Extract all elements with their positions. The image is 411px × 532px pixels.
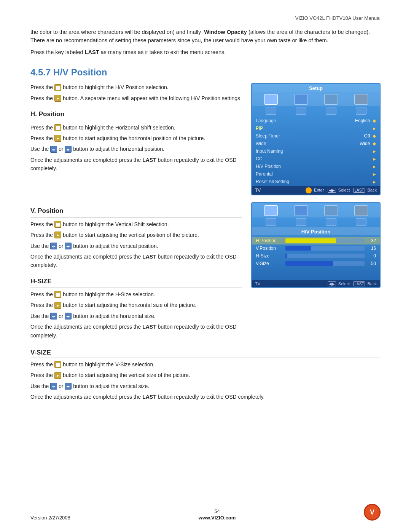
footer-page-number: 54 xyxy=(70,508,364,514)
v-pos-p2: Press the button to start adjusting the … xyxy=(30,231,242,239)
h-pos-p3: Use the or button to adjust the horizont… xyxy=(30,145,242,153)
hv-menu: H/V Position H.Position 32 V.Position xyxy=(251,202,381,288)
ok-icon9 xyxy=(54,361,61,368)
lr-icon2 xyxy=(65,146,72,153)
setup-menu-items: Language English ◆ PIP ▶ Sleep Timer Off… xyxy=(252,116,380,186)
hv-icon-1 xyxy=(264,205,278,216)
setup-menu-title: Setup xyxy=(252,84,380,92)
h-size-p1: Press the button to highlight the H-Size… xyxy=(30,290,242,299)
hv-bar-hsize-bg xyxy=(285,254,365,258)
setup-icon-s4 xyxy=(356,107,366,115)
menu-item-cc: CC ▶ xyxy=(252,155,380,163)
left-col-vpos: V. Position Press the button to highligh… xyxy=(30,199,242,342)
setup-footer-left: TV xyxy=(255,188,261,193)
lr-icon7 xyxy=(50,383,57,390)
setup-intro2: Press the button. A separate menu will a… xyxy=(30,94,242,102)
setup-icon-4 xyxy=(354,94,368,105)
ok-icon2 xyxy=(54,95,61,102)
setup-icon-s3 xyxy=(326,107,336,115)
hv-menu-footer: TV ◀▶ Select LAST Back xyxy=(252,280,380,287)
v-pos-p4: Once the adjustments are completed press… xyxy=(30,252,242,270)
ok-icon xyxy=(54,84,61,91)
lr-icon8 xyxy=(65,383,72,390)
hv-bar-hsize xyxy=(285,254,287,258)
v-pos-p3: Use the or button to adjust the vertical… xyxy=(30,242,242,250)
v-size-p4: Once the adjustments are completed press… xyxy=(30,393,381,401)
v-size-heading: V-SIZE xyxy=(30,349,381,358)
v-position-heading: V. Position xyxy=(30,206,242,217)
setup-icon-s2 xyxy=(296,107,306,115)
page-header: VIZIO VO42L FHDTV10A User Manual xyxy=(30,15,381,21)
h-pos-p1: Press the button to highlight the Horizo… xyxy=(30,123,242,132)
v-size-p1: Press the button to highlight the V-Size… xyxy=(30,360,381,369)
hv-spacer xyxy=(252,269,380,280)
footer-last-key: LAST xyxy=(353,188,365,193)
two-col-setup: Press the button to highlight the H/V Po… xyxy=(30,83,381,195)
ok-icon8 xyxy=(54,302,61,309)
last-bold2: LAST xyxy=(142,254,156,260)
h-pos-p4: Once the adjustments are completed press… xyxy=(30,156,242,173)
hv-icon-2 xyxy=(294,205,308,216)
v-pos-p1: Press the button to highlight the Vertic… xyxy=(30,220,242,228)
hv-icons-top xyxy=(252,203,380,217)
hv-icon-s3 xyxy=(326,218,336,226)
menu-item-input-naming: Input Naming ▶ xyxy=(252,147,380,155)
last-bold4: LAST xyxy=(142,394,156,400)
hv-icon-3 xyxy=(324,205,338,216)
header-title: VIZIO VO42L FHDTV10A User Manual xyxy=(295,15,381,21)
hv-val-hpos: 32 xyxy=(368,238,376,243)
hv-icon-s2 xyxy=(296,218,306,226)
lr-icon1 xyxy=(50,146,57,153)
hv-icons-bottom xyxy=(252,217,380,227)
hv-item-vsize: V-Size 50 xyxy=(252,260,380,267)
footer-logo: V xyxy=(364,504,381,521)
intro-last-bold: LAST xyxy=(85,49,99,55)
setup-icon-1 xyxy=(264,94,278,105)
hv-footer-right: ◀▶ Select LAST Back xyxy=(328,281,377,286)
hv-menu-items: H.Position 32 V.Position 16 xyxy=(252,235,380,269)
ok-icon10 xyxy=(54,372,61,379)
hv-menu-title: H/V Position xyxy=(252,227,380,235)
hv-item-hpos: H.Position 32 xyxy=(252,237,380,244)
ok-icon4 xyxy=(54,135,61,142)
setup-icons-bottom xyxy=(252,106,380,116)
footer-website: www.VIZIO.com xyxy=(199,515,236,521)
last-bold3: LAST xyxy=(142,324,156,330)
setup-icon-3 xyxy=(324,94,338,105)
h-position-heading: H. Position xyxy=(30,109,242,121)
hv-label-hpos: H.Position xyxy=(256,238,282,243)
left-col-setup: Press the button to highlight the H/V Po… xyxy=(30,83,242,195)
footer-select-keys: ◀▶ xyxy=(328,188,336,193)
two-col-vpos: V. Position Press the button to highligh… xyxy=(30,199,381,342)
setup-menu-screenshot: Setup Language English ◆ xyxy=(251,83,381,195)
ok-icon7 xyxy=(54,291,61,298)
ok-icon3 xyxy=(54,124,61,131)
h-size-p2: Press the button to start adjusting the … xyxy=(30,301,242,309)
h-size-heading: H-SIZE xyxy=(30,276,242,288)
intro-para2: Press the key labeled LAST as many times… xyxy=(30,48,381,56)
hv-icon-4 xyxy=(354,205,368,216)
v-size-p2: Press the button to start adjusting the … xyxy=(30,371,381,379)
setup-icons-top xyxy=(252,92,380,106)
intro-bold1: Window Opacity xyxy=(204,29,247,35)
menu-item-sleep: Sleep Timer Off ◆ xyxy=(252,132,380,140)
lr-icon4 xyxy=(65,243,72,249)
menu-item-reset: Reset All Setting ▶ xyxy=(252,178,380,185)
section-heading: 4.5.7 H/V Position xyxy=(30,67,381,78)
hv-label-hsize: H-Size xyxy=(256,253,282,259)
hv-val-vpos: 16 xyxy=(368,246,376,251)
hv-bar-vsize-bg xyxy=(285,261,365,266)
hv-bar-vsize xyxy=(285,261,333,266)
hv-val-hsize: 0 xyxy=(368,253,376,259)
setup-menu-footer: TV Enter ◀▶ Select LAST Back xyxy=(252,186,380,195)
lr-icon5 xyxy=(50,313,57,320)
setup-footer-right: Enter ◀▶ Select LAST Back xyxy=(306,187,377,193)
menu-item-parental: Parental ▶ xyxy=(252,170,380,178)
footer-version: Version 2/27/2008 xyxy=(30,515,70,521)
hv-menu-screenshot: H/V Position H.Position 32 V.Position xyxy=(251,199,381,342)
footer-center: 54 www.VIZIO.com xyxy=(70,508,364,521)
hv-label-vpos: V.Position xyxy=(256,246,282,251)
setup-icon-s1 xyxy=(266,107,276,115)
last-bold1: LAST xyxy=(142,157,156,163)
h-pos-p2: Press the button to start adjusting the … xyxy=(30,134,242,142)
